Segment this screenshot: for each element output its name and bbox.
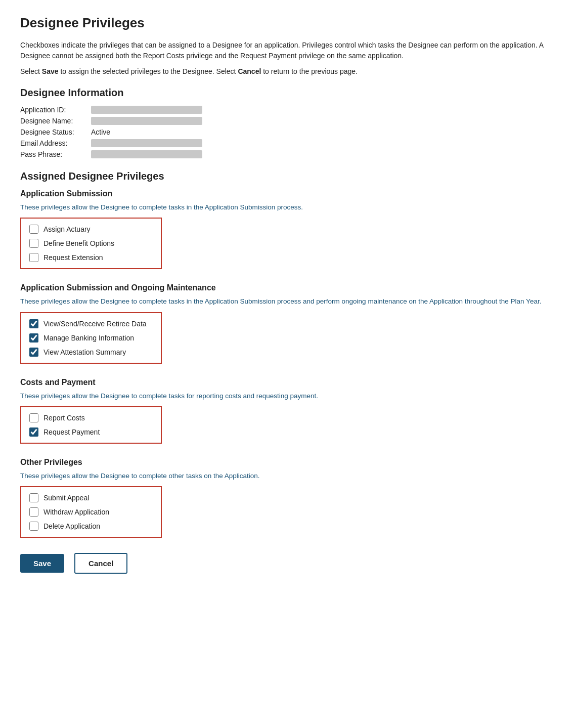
email-address-value (91, 139, 202, 147)
designee-name-value (91, 117, 202, 125)
save-button[interactable]: Save (20, 554, 64, 573)
request-payment-label[interactable]: Request Payment (43, 428, 100, 436)
application-id-label: Application ID: (20, 106, 91, 114)
designee-status-row: Designee Status: Active (20, 128, 555, 136)
section-other-desc: These privileges allow the Designee to c… (20, 471, 555, 481)
designee-name-row: Designee Name: (20, 117, 555, 125)
checkbox-item-view-send-receive: View/Send/Receive Retiree Data (29, 319, 153, 328)
section-ongoing-desc: These privileges allow the Designee to c… (20, 296, 555, 307)
withdraw-application-checkbox[interactable] (29, 507, 38, 517)
email-address-label: Email Address: (20, 139, 91, 147)
section-other-privileges: Other Privileges These privileges allow … (20, 458, 555, 538)
delete-application-checkbox[interactable] (29, 522, 38, 531)
cancel-button[interactable]: Cancel (74, 553, 127, 574)
pass-phrase-label: Pass Phrase: (20, 150, 91, 158)
assign-actuary-checkbox[interactable] (29, 225, 38, 234)
checkbox-item-define-benefit: Define Benefit Options (29, 239, 153, 248)
checkbox-item-assign-actuary: Assign Actuary (29, 225, 153, 234)
assigned-privileges-heading: Assigned Designee Privileges (20, 170, 555, 182)
section-submission-desc: These privileges allow the Designee to c… (20, 202, 555, 212)
withdraw-application-label[interactable]: Withdraw Application (43, 508, 109, 516)
manage-banking-checkbox[interactable] (29, 333, 38, 342)
section-other-heading: Other Privileges (20, 458, 555, 467)
submit-appeal-label[interactable]: Submit Appeal (43, 494, 89, 502)
button-row: Save Cancel (20, 553, 555, 574)
description-para-1: Checkboxes indicate the privileges that … (20, 40, 555, 61)
delete-application-label[interactable]: Delete Application (43, 522, 100, 530)
checkbox-item-request-extension: Request Extension (29, 253, 153, 262)
costs-checkbox-group: Report Costs Request Payment (20, 406, 162, 444)
application-id-value (91, 106, 202, 114)
section-costs-desc: These privileges allow the Designee to c… (20, 391, 555, 401)
designee-status-label: Designee Status: (20, 128, 91, 136)
ongoing-checkbox-group: View/Send/Receive Retiree Data Manage Ba… (20, 312, 162, 364)
designee-status-value: Active (91, 128, 110, 136)
description-para-2: Select Save to assign the selected privi… (20, 66, 555, 77)
checkbox-item-submit-appeal: Submit Appeal (29, 493, 153, 502)
section-ongoing-heading: Application Submission and Ongoing Maint… (20, 283, 555, 292)
define-benefit-options-label[interactable]: Define Benefit Options (43, 239, 114, 247)
request-extension-label[interactable]: Request Extension (43, 253, 103, 262)
other-checkbox-group: Submit Appeal Withdraw Application Delet… (20, 486, 162, 538)
page-title: Designee Privileges (20, 15, 555, 31)
submission-checkbox-group: Assign Actuary Define Benefit Options Re… (20, 218, 162, 269)
view-attestation-checkbox[interactable] (29, 348, 38, 357)
define-benefit-options-checkbox[interactable] (29, 239, 38, 248)
manage-banking-label[interactable]: Manage Banking Information (43, 334, 134, 342)
designee-info-heading: Designee Information (20, 87, 555, 99)
checkbox-item-report-costs: Report Costs (29, 413, 153, 422)
checkbox-item-manage-banking: Manage Banking Information (29, 333, 153, 342)
pass-phrase-row: Pass Phrase: (20, 150, 555, 158)
checkbox-item-request-payment: Request Payment (29, 427, 153, 437)
section-costs-payment: Costs and Payment These privileges allow… (20, 378, 555, 444)
section-submission-heading: Application Submission (20, 189, 555, 198)
email-address-row: Email Address: (20, 139, 555, 147)
view-send-receive-label[interactable]: View/Send/Receive Retiree Data (43, 320, 147, 328)
view-attestation-label[interactable]: View Attestation Summary (43, 348, 126, 356)
checkbox-item-withdraw-application: Withdraw Application (29, 507, 153, 517)
designee-info-table: Application ID: Designee Name: Designee … (20, 106, 555, 158)
assign-actuary-label[interactable]: Assign Actuary (43, 225, 91, 233)
request-extension-checkbox[interactable] (29, 253, 38, 262)
section-application-submission: Application Submission These privileges … (20, 189, 555, 269)
report-costs-checkbox[interactable] (29, 413, 38, 422)
submit-appeal-checkbox[interactable] (29, 493, 38, 502)
report-costs-label[interactable]: Report Costs (43, 414, 85, 422)
request-payment-checkbox[interactable] (29, 427, 38, 437)
application-id-row: Application ID: (20, 106, 555, 114)
section-costs-heading: Costs and Payment (20, 378, 555, 387)
pass-phrase-value (91, 150, 202, 158)
checkbox-item-view-attestation: View Attestation Summary (29, 348, 153, 357)
checkbox-item-delete-application: Delete Application (29, 522, 153, 531)
view-send-receive-checkbox[interactable] (29, 319, 38, 328)
section-ongoing-maintenance: Application Submission and Ongoing Maint… (20, 283, 555, 363)
designee-name-label: Designee Name: (20, 117, 91, 125)
